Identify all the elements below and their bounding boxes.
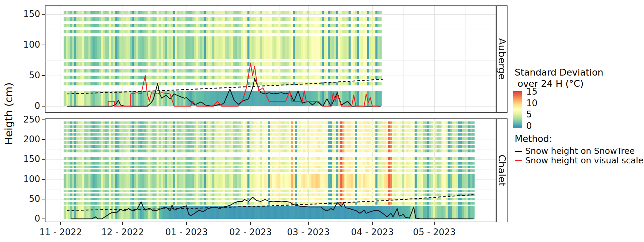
x-tick-label: 03 - 2023: [283, 227, 334, 237]
colorbar: 151050: [513, 91, 588, 128]
chalet-heatmap-canvas: [45, 118, 496, 222]
y-tick-mark: [42, 199, 45, 199]
x-tick-mark: [186, 222, 187, 225]
facet-strip-auberge: Auberge: [496, 5, 508, 113]
method-item: Snow height on visual scale: [515, 156, 643, 165]
y-tick-label: 150: [7, 9, 40, 19]
y-tick-label: 50: [7, 70, 40, 80]
y-tick-mark: [42, 179, 45, 180]
facet-strip-chalet: Chalet: [496, 118, 508, 222]
y-tick-label: 150: [7, 154, 40, 164]
x-tick-label: 01 - 2023: [161, 227, 212, 237]
x-tick-mark: [250, 222, 251, 225]
y-tick-label: 0: [7, 213, 40, 224]
red-line-sample-icon: [515, 160, 522, 161]
facet-strip-label: Chalet: [496, 155, 508, 187]
auberge-heatmap-canvas: [45, 5, 496, 113]
y-tick-mark: [42, 119, 45, 120]
x-tick-mark: [308, 222, 309, 225]
method-legend-title: Method:: [515, 133, 643, 144]
x-tick-mark: [122, 222, 123, 225]
x-tick-label: 11 - 2022: [35, 227, 86, 237]
y-tick-label: 100: [7, 39, 40, 50]
x-tick-mark: [372, 222, 373, 225]
x-tick-label: 04 - 2023: [347, 227, 398, 237]
facet-strip-label: Auberge: [496, 38, 508, 80]
y-tick-label: 0: [7, 101, 40, 111]
y-tick-mark: [42, 219, 45, 219]
y-tick-mark: [42, 75, 45, 76]
method-legend: Method: Snow height on SnowTreeSnow heig…: [515, 133, 643, 165]
x-tick-label: 05 - 2023: [409, 227, 460, 237]
y-tick-label: 50: [7, 194, 40, 204]
colorbar-tick-label: 5: [526, 109, 532, 119]
x-tick-label: 02 - 2023: [225, 227, 276, 237]
y-tick-mark: [42, 106, 45, 107]
x-tick-label: 12 - 2022: [97, 227, 148, 237]
colorbar-gradient: [513, 91, 522, 128]
x-tick-mark: [60, 222, 61, 225]
colorbar-legend: Standard Deviation over 24 H (°C): [515, 67, 603, 89]
colorbar-title-line1: Standard Deviation: [515, 67, 603, 78]
y-tick-label: 100: [7, 174, 40, 184]
colorbar-tick-label: 0: [526, 121, 532, 131]
y-tick-mark: [42, 139, 45, 140]
x-tick-mark: [434, 222, 435, 225]
method-item-label: Snow height on SnowTree: [525, 147, 635, 156]
colorbar-tick-label: 15: [526, 86, 537, 97]
colorbar-tick-label: 10: [526, 98, 537, 108]
method-legend-items: Snow height on SnowTreeSnow height on vi…: [515, 147, 643, 165]
figure: Heigth (cm) Auberge050100150Chalet050100…: [0, 0, 644, 242]
y-tick-mark: [42, 45, 45, 45]
y-tick-label: 200: [7, 134, 40, 144]
method-item: Snow height on SnowTree: [515, 147, 643, 156]
y-tick-mark: [42, 14, 45, 15]
method-item-label: Snow height on visual scale: [525, 156, 643, 165]
y-tick-label: 250: [7, 114, 40, 125]
black-line-sample-icon: [515, 151, 522, 152]
y-tick-mark: [42, 159, 45, 160]
